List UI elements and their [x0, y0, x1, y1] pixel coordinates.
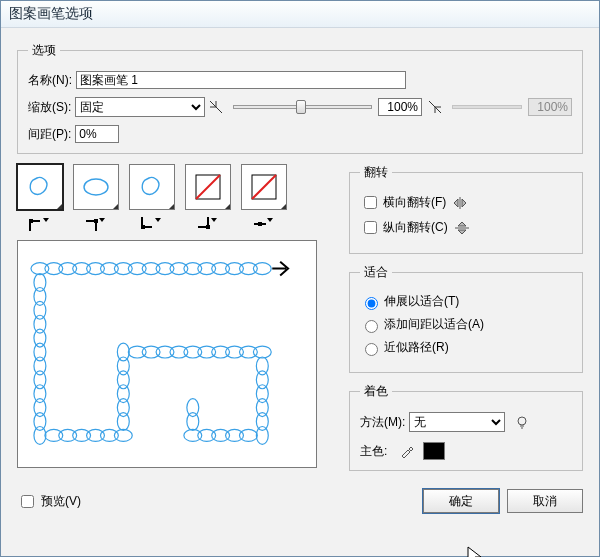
flip-horizontal-icon: [452, 196, 468, 210]
method-select[interactable]: 无: [409, 412, 505, 432]
svg-point-58: [226, 346, 244, 358]
svg-point-23: [212, 263, 230, 275]
svg-point-10: [31, 263, 49, 275]
options-legend: 选项: [28, 42, 60, 59]
svg-point-27: [34, 274, 46, 292]
svg-point-62: [256, 371, 268, 389]
svg-point-11: [45, 263, 63, 275]
svg-point-46: [117, 399, 129, 417]
dialog-window: 图案画笔选项 选项 名称(N): 缩放(S): 固定: [0, 0, 600, 557]
flip-horizontal-label: 横向翻转(F): [383, 194, 446, 211]
svg-point-53: [156, 346, 174, 358]
svg-point-69: [212, 429, 230, 441]
svg-point-13: [73, 263, 91, 275]
colorization-legend: 着色: [360, 383, 392, 400]
side-button[interactable]: [241, 216, 287, 232]
inner-corner-br-button[interactable]: [185, 216, 231, 232]
scale-label: 缩放(S):: [28, 99, 71, 116]
svg-point-54: [170, 346, 188, 358]
svg-point-52: [142, 346, 160, 358]
svg-point-31: [34, 329, 46, 347]
dropdown-icon[interactable]: [52, 199, 62, 209]
svg-point-65: [256, 413, 268, 431]
svg-point-48: [117, 371, 129, 389]
svg-point-72: [187, 413, 199, 431]
side-tile[interactable]: [17, 164, 63, 210]
svg-point-45: [117, 413, 129, 431]
scale-mode-select[interactable]: 固定: [75, 97, 205, 117]
svg-point-47: [117, 385, 129, 403]
svg-point-19: [156, 263, 174, 275]
flip-group: 翻转 横向翻转(F) 纵向翻转(C): [349, 164, 583, 254]
scale-max-icon: [428, 100, 442, 114]
flip-vertical-label: 纵向翻转(C): [383, 219, 448, 236]
brush-preview: [17, 240, 317, 468]
svg-point-36: [34, 399, 46, 417]
svg-point-17: [128, 263, 146, 275]
spacing-input[interactable]: [75, 125, 119, 143]
name-input[interactable]: [76, 71, 406, 89]
svg-point-41: [73, 429, 91, 441]
scale-slider-2: [452, 105, 522, 109]
fit-stretch-radio[interactable]: [365, 297, 378, 310]
fit-space-label: 添加间距以适合(A): [384, 316, 484, 333]
outer-corner-tl-button[interactable]: [17, 216, 63, 232]
fit-space-radio[interactable]: [365, 320, 378, 333]
svg-point-49: [117, 357, 129, 375]
start-tile[interactable]: [73, 164, 119, 210]
svg-point-56: [198, 346, 216, 358]
svg-point-34: [34, 371, 46, 389]
svg-point-71: [184, 429, 202, 441]
svg-point-30: [34, 315, 46, 333]
svg-rect-7: [141, 225, 145, 229]
svg-point-28: [34, 287, 46, 305]
end-tile[interactable]: [129, 164, 175, 210]
flip-legend: 翻转: [360, 164, 392, 181]
options-group: 选项 名称(N): 缩放(S): 固定 100%: [17, 42, 583, 154]
svg-point-33: [34, 357, 46, 375]
keycolor-label: 主色:: [360, 443, 387, 460]
dropdown-icon[interactable]: [220, 199, 230, 209]
svg-point-43: [100, 429, 118, 441]
svg-point-55: [184, 346, 202, 358]
svg-point-67: [239, 429, 257, 441]
fit-approx-radio[interactable]: [365, 343, 378, 356]
ok-button[interactable]: 确定: [423, 489, 499, 513]
svg-point-32: [34, 343, 46, 361]
svg-point-29: [34, 301, 46, 319]
dropdown-icon[interactable]: [108, 199, 118, 209]
flip-vertical-checkbox[interactable]: [364, 221, 377, 234]
keycolor-swatch[interactable]: [423, 442, 445, 460]
dropdown-icon[interactable]: [276, 199, 286, 209]
preview-checkbox[interactable]: [21, 495, 34, 508]
cursor-icon: [467, 546, 485, 557]
svg-point-21: [184, 263, 202, 275]
svg-rect-9: [258, 222, 262, 226]
svg-point-12: [59, 263, 77, 275]
fit-approx-label: 近似路径(R): [384, 339, 449, 356]
svg-point-50: [117, 343, 129, 361]
fit-legend: 适合: [360, 264, 392, 281]
inner-corner-tile[interactable]: [241, 164, 287, 210]
flip-vertical-icon: [454, 221, 470, 235]
fit-group: 适合 伸展以适合(T) 添加间距以适合(A) 近似路径(R): [349, 264, 583, 373]
svg-point-38: [34, 426, 46, 444]
svg-rect-5: [29, 219, 33, 223]
flip-horizontal-checkbox[interactable]: [364, 196, 377, 209]
svg-point-51: [128, 346, 146, 358]
inner-corner-bl-button[interactable]: [129, 216, 175, 232]
svg-point-0: [84, 179, 108, 195]
svg-point-42: [87, 429, 105, 441]
svg-point-37: [34, 413, 46, 431]
scale-value[interactable]: 100%: [378, 98, 422, 116]
dropdown-icon[interactable]: [164, 199, 174, 209]
name-label: 名称(N):: [28, 72, 72, 89]
eyedropper-icon[interactable]: [399, 443, 415, 459]
colorization-group: 着色 方法(M): 无 主色:: [349, 383, 583, 471]
outer-corner-tr-button[interactable]: [73, 216, 119, 232]
cancel-button[interactable]: 取消: [507, 489, 583, 513]
tips-icon[interactable]: [515, 415, 529, 429]
scale-slider[interactable]: [233, 105, 372, 109]
outer-corner-tile[interactable]: [185, 164, 231, 210]
tile-picker-row: [17, 164, 339, 210]
